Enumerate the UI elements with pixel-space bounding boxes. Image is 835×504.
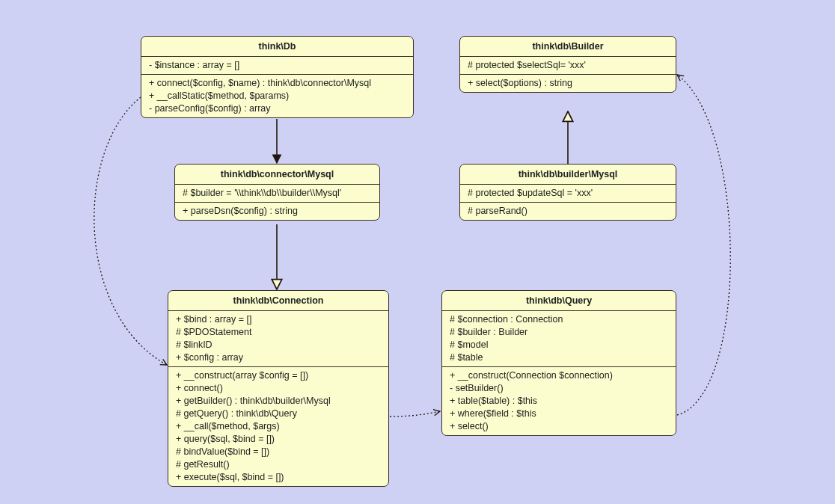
arrows-layer <box>0 0 835 504</box>
arrow-query-to-builder <box>677 75 730 415</box>
arrow-db-to-connection <box>94 97 167 365</box>
arrow-connection-to-query <box>390 411 440 417</box>
